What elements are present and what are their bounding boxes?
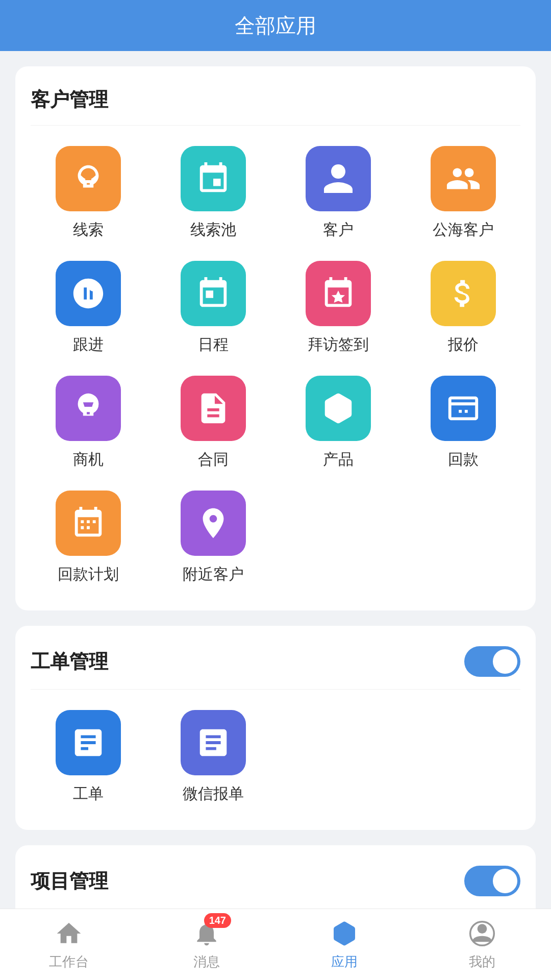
nav-item-apps[interactable]: 应用	[276, 918, 413, 971]
app-header: 全部应用	[0, 0, 551, 51]
app-label-richeng: 日程	[198, 334, 229, 355]
app-item-gongdan[interactable]: 工单	[31, 710, 145, 804]
section-header-workorder: 工单管理	[31, 646, 520, 690]
toggle-workorder[interactable]	[464, 646, 520, 677]
app-icon-huikuan	[431, 376, 496, 441]
app-label-fujinkehu: 附近客户	[183, 564, 244, 585]
nav-item-workspace[interactable]: 工作台	[0, 918, 138, 971]
section-title-project: 项目管理	[31, 868, 108, 894]
app-label-huikuan: 回款	[448, 449, 479, 470]
app-icon-baojia	[431, 261, 496, 326]
nav-icon-apps	[329, 918, 360, 949]
nav-icon-messages: 147	[191, 918, 222, 949]
app-item-shangji[interactable]: 商机	[31, 376, 145, 470]
section-header-project: 项目管理	[31, 866, 520, 909]
svg-point-0	[89, 284, 96, 291]
app-icon-genjin	[56, 261, 121, 326]
app-item-xianso[interactable]: 线索	[31, 146, 145, 240]
app-label-huikuanjihua: 回款计划	[58, 564, 119, 585]
nav-label-messages: 消息	[193, 953, 220, 971]
app-label-gongdan: 工单	[73, 783, 104, 804]
app-label-xiansochi: 线索池	[190, 219, 236, 240]
app-icon-huikuanjihua	[56, 491, 121, 556]
nav-item-messages[interactable]: 147 消息	[138, 918, 276, 971]
app-icon-xiansochi	[181, 146, 246, 211]
app-label-gonghaikehu: 公海客户	[433, 219, 494, 240]
bottom-navigation: 工作台 147 消息 应用 我的	[0, 909, 551, 980]
app-icon-richeng	[181, 261, 246, 326]
app-item-fujinkehu[interactable]: 附近客户	[156, 491, 270, 585]
app-icon-baifangqiandao	[306, 261, 371, 326]
app-item-baojia[interactable]: 报价	[406, 261, 520, 355]
section-header-customer: 客户管理	[31, 87, 520, 126]
messages-badge: 147	[204, 913, 231, 928]
nav-icon-workspace	[54, 918, 84, 949]
app-icon-weixinbaodan	[181, 710, 246, 775]
app-label-baifangqiandao: 拜访签到	[308, 334, 369, 355]
nav-label-workspace: 工作台	[49, 953, 89, 971]
app-item-hetong[interactable]: 合同	[156, 376, 270, 470]
app-item-genjin[interactable]: 跟进	[31, 261, 145, 355]
app-item-weixinbaodan[interactable]: 微信报单	[156, 710, 270, 804]
nav-label-mine: 我的	[469, 953, 495, 971]
app-item-huikuan[interactable]: 回款	[406, 376, 520, 470]
header-title: 全部应用	[235, 12, 316, 40]
app-item-richeng[interactable]: 日程	[156, 261, 270, 355]
main-content: 客户管理 线索 线索池 客户	[0, 51, 551, 980]
nav-item-mine[interactable]: 我的	[413, 918, 551, 971]
app-label-chanpin: 产品	[323, 449, 354, 470]
app-item-kehu[interactable]: 客户	[281, 146, 395, 240]
app-icon-kehu	[306, 146, 371, 211]
nav-icon-mine	[467, 918, 497, 949]
app-icon-chanpin	[306, 376, 371, 441]
customer-management-section: 客户管理 线索 线索池 客户	[15, 66, 536, 610]
app-item-xiansochi[interactable]: 线索池	[156, 146, 270, 240]
app-item-chanpin[interactable]: 产品	[281, 376, 395, 470]
app-icon-gonghaikehu	[431, 146, 496, 211]
app-label-weixinbaodan: 微信报单	[183, 783, 244, 804]
work-order-management-section: 工单管理 工单 微信报单	[15, 626, 536, 830]
app-icon-gongdan	[56, 710, 121, 775]
workorder-app-grid: 工单 微信报单	[31, 710, 520, 804]
section-title-workorder: 工单管理	[31, 649, 108, 675]
app-label-baojia: 报价	[448, 334, 479, 355]
app-icon-hetong	[181, 376, 246, 441]
toggle-project[interactable]	[464, 866, 520, 896]
app-item-gonghaikehu[interactable]: 公海客户	[406, 146, 520, 240]
svg-point-1	[478, 924, 487, 934]
app-label-xianso: 线索	[73, 219, 104, 240]
app-label-kehu: 客户	[323, 219, 354, 240]
app-label-shangji: 商机	[73, 449, 104, 470]
app-icon-shangji	[56, 376, 121, 441]
nav-label-apps: 应用	[331, 953, 358, 971]
app-label-genjin: 跟进	[73, 334, 104, 355]
app-item-huikuanjihua[interactable]: 回款计划	[31, 491, 145, 585]
app-icon-xianso	[56, 146, 121, 211]
section-title-customer: 客户管理	[31, 87, 108, 113]
app-label-hetong: 合同	[198, 449, 229, 470]
app-icon-fujinkehu	[181, 491, 246, 556]
app-item-baifangqiandao[interactable]: 拜访签到	[281, 261, 395, 355]
customer-app-grid: 线索 线索池 客户 公海客户	[31, 146, 520, 585]
